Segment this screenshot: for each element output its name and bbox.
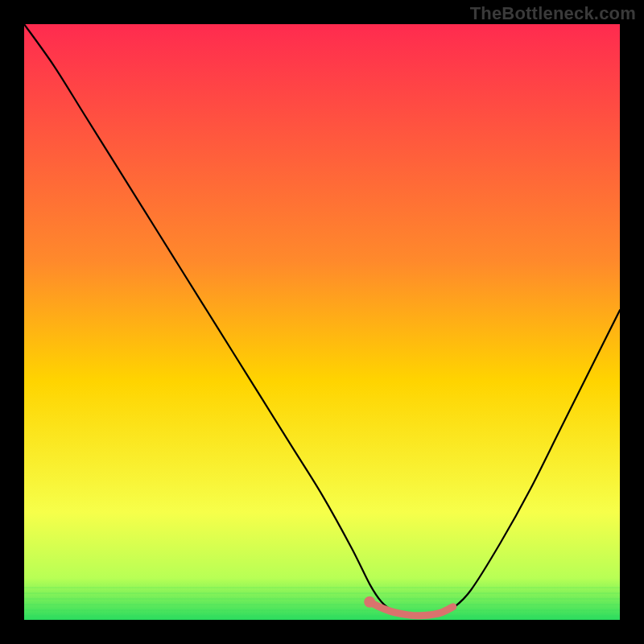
gradient-background — [24, 24, 620, 620]
optimal-start-dot — [364, 597, 375, 608]
chart-area — [24, 24, 620, 620]
chart-svg — [24, 24, 620, 620]
attribution-text: TheBottleneck.com — [470, 3, 636, 24]
